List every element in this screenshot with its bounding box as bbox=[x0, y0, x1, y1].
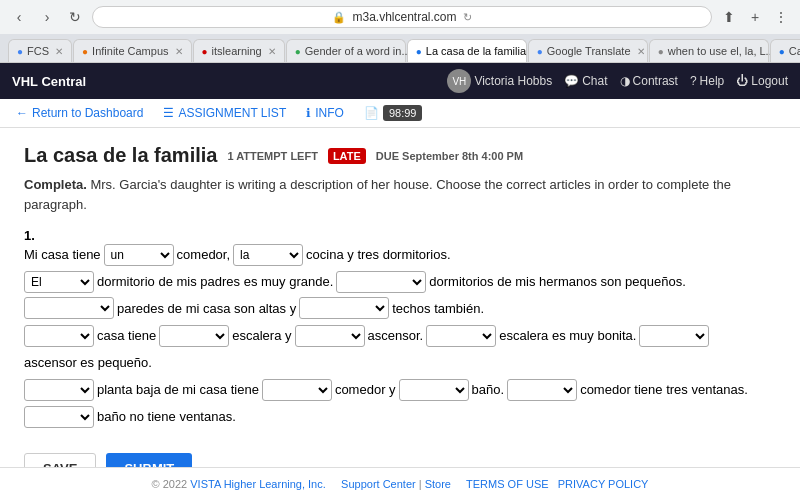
logout-button[interactable]: ⏻ Logout bbox=[736, 74, 788, 88]
text-comedor-tres: comedor tiene tres ventanas. bbox=[580, 378, 748, 401]
company-link[interactable]: VISTA Higher Learning, Inc. bbox=[190, 478, 326, 490]
text-ascensor: ascensor. bbox=[368, 324, 424, 347]
assignment-title-row: La casa de la familia 1 ATTEMPT LEFT LAT… bbox=[24, 144, 776, 167]
logout-label: Logout bbox=[751, 74, 788, 88]
dropdown-4-3[interactable]: ununaella bbox=[399, 379, 469, 401]
forward-button[interactable]: › bbox=[36, 6, 58, 28]
attempt-badge: 1 ATTEMPT LEFT bbox=[227, 150, 317, 162]
text-dormitorios-hermanos: dormitorios de mis hermanos son pequeños… bbox=[429, 270, 686, 293]
help-button[interactable]: ? Help bbox=[690, 74, 724, 88]
sub-nav: ← Return to Dashboard ☰ ASSIGNMENT LIST … bbox=[0, 99, 800, 128]
instructions-bold: Completa. bbox=[24, 177, 87, 192]
text-cocina: cocina y tres dormitorios. bbox=[306, 243, 451, 266]
new-tab-button[interactable]: + bbox=[744, 6, 766, 28]
tab-google-translate[interactable]: ● Google Translate ✕ bbox=[528, 39, 648, 62]
tab-casa2[interactable]: ● Casa de mi herman... ✕ bbox=[770, 39, 800, 62]
privacy-link[interactable]: PRIVACY POLICY bbox=[558, 478, 649, 490]
dropdown-2-3[interactable]: ElLaLosLas bbox=[24, 297, 114, 319]
exercise-row-1: Mi casa tiene ununaellaloslas comedor, l… bbox=[24, 243, 776, 266]
info-link[interactable]: ℹ INFO bbox=[306, 106, 344, 120]
tab-gender[interactable]: ● Gender of a word in... ✕ bbox=[286, 39, 406, 62]
tab-infinite-campus-close[interactable]: ✕ bbox=[175, 46, 183, 57]
tab-infinite-campus[interactable]: ● Infinite Campus ✕ bbox=[73, 39, 191, 62]
dropdown-2-2[interactable]: ElLaLosLas bbox=[336, 271, 426, 293]
header-actions: VH Victoria Hobbs 💬 Chat ◑ Contrast ? He… bbox=[447, 69, 788, 93]
app-header: VHL Central VH Victoria Hobbs 💬 Chat ◑ C… bbox=[0, 63, 800, 99]
footer: © 2022 VISTA Higher Learning, Inc. Suppo… bbox=[0, 467, 800, 500]
dropdown-4-2[interactable]: ununaella bbox=[262, 379, 332, 401]
text-mi-casa-tiene: Mi casa tiene bbox=[24, 243, 101, 266]
score-link[interactable]: 📄 98:99 bbox=[364, 105, 423, 121]
user-menu[interactable]: VH Victoria Hobbs bbox=[447, 69, 552, 93]
dropdown-3-2[interactable]: unaunlael bbox=[159, 325, 229, 347]
tab-itslearning-close[interactable]: ✕ bbox=[268, 46, 276, 57]
help-icon: ? bbox=[690, 74, 697, 88]
more-button[interactable]: ⋮ bbox=[770, 6, 792, 28]
app-logo: VHL Central bbox=[12, 74, 447, 89]
url-text: m3a.vhlcentral.com bbox=[352, 10, 456, 24]
address-bar[interactable]: 🔒 m3a.vhlcentral.com ↻ bbox=[92, 6, 712, 28]
terms-link[interactable]: TERMS OF USE bbox=[466, 478, 549, 490]
dropdown-3-5[interactable]: ElLaLosLas bbox=[639, 325, 709, 347]
instructions-text: Mrs. Garcia's daughter is writing a desc… bbox=[24, 177, 731, 212]
tab-when-label: when to use el, la, L... bbox=[668, 45, 775, 57]
tab-google-translate-label: Google Translate bbox=[547, 45, 631, 57]
dropdown-3-1[interactable]: ElLaLosLas bbox=[24, 325, 94, 347]
chat-label: Chat bbox=[582, 74, 607, 88]
chat-button[interactable]: 💬 Chat bbox=[564, 74, 607, 88]
support-link[interactable]: Support Center bbox=[341, 478, 416, 490]
score-badge: 98:99 bbox=[383, 105, 423, 121]
score-icon: 📄 bbox=[364, 106, 379, 120]
browser-chrome: ‹ › ↻ 🔒 m3a.vhlcentral.com ↻ ⬆ + ⋮ ● FCS… bbox=[0, 0, 800, 63]
tab-google-translate-close[interactable]: ✕ bbox=[637, 46, 645, 57]
exercise-row-5: ElLaLosLas baño no tiene ventanas. bbox=[24, 405, 776, 428]
list-icon: ☰ bbox=[163, 106, 174, 120]
text-planta-baja: planta baja de mi casa tiene bbox=[97, 378, 259, 401]
tab-itslearning[interactable]: ● itslearning ✕ bbox=[193, 39, 285, 62]
dropdown-4-1[interactable]: LaElLosLas bbox=[24, 379, 94, 401]
refresh-button[interactable]: ↻ bbox=[64, 6, 86, 28]
dropdown-5-1[interactable]: ElLaLosLas bbox=[24, 406, 94, 428]
exercise-row-3: ElLaLosLas casa tiene unaunlael escalera… bbox=[24, 324, 776, 374]
user-name: Victoria Hobbs bbox=[474, 74, 552, 88]
dropdown-2-4[interactable]: ElLaLosLas bbox=[299, 297, 389, 319]
assignment-title: La casa de la familia bbox=[24, 144, 217, 167]
text-comedor-y: comedor y bbox=[335, 378, 396, 401]
copyright-text: © 2022 bbox=[152, 478, 191, 490]
dropdown-3-4[interactable]: LaElLosLas bbox=[426, 325, 496, 347]
return-icon: ← bbox=[16, 106, 28, 120]
contrast-button[interactable]: ◑ Contrast bbox=[620, 74, 678, 88]
dropdown-2-1[interactable]: ElLaLosLasUnUna bbox=[24, 271, 94, 293]
dropdown-1-1[interactable]: ununaellaloslas bbox=[104, 244, 174, 266]
dropdown-3-3[interactable]: ununaella bbox=[295, 325, 365, 347]
contrast-icon: ◑ bbox=[620, 74, 630, 88]
return-label: Return to Dashboard bbox=[32, 106, 143, 120]
text-ascensor-pequeno: ascensor es pequeño. bbox=[24, 351, 152, 374]
instructions: Completa. Mrs. Garcia's daughter is writ… bbox=[24, 175, 776, 214]
store-link[interactable]: Store bbox=[425, 478, 451, 490]
lock-icon: 🔒 bbox=[332, 11, 346, 24]
dropdown-4-4[interactable]: ElLaLosLas bbox=[507, 379, 577, 401]
text-dormitorio-padres: dormitorio de mis padres es muy grande. bbox=[97, 270, 333, 293]
tab-gender-label: Gender of a word in... bbox=[305, 45, 411, 57]
tab-casa2-label: Casa de mi herman... bbox=[789, 45, 800, 57]
browser-nav: ‹ › ↻ 🔒 m3a.vhlcentral.com ↻ ⬆ + ⋮ bbox=[0, 0, 800, 34]
back-button[interactable]: ‹ bbox=[8, 6, 30, 28]
tab-itslearning-label: itslearning bbox=[212, 45, 262, 57]
share-button[interactable]: ⬆ bbox=[718, 6, 740, 28]
tab-infinite-campus-label: Infinite Campus bbox=[92, 45, 168, 57]
main-content: La casa de la familia 1 ATTEMPT LEFT LAT… bbox=[0, 128, 800, 500]
info-label: INFO bbox=[315, 106, 344, 120]
tab-when[interactable]: ● when to use el, la, L... ✕ bbox=[649, 39, 769, 62]
tab-fcs-label: FCS bbox=[27, 45, 49, 57]
tab-fcs[interactable]: ● FCS ✕ bbox=[8, 39, 72, 62]
text-escalera-y: escalera y bbox=[232, 324, 291, 347]
return-to-dashboard[interactable]: ← Return to Dashboard bbox=[16, 106, 143, 120]
dropdown-1-2[interactable]: laelloslasununa bbox=[233, 244, 303, 266]
tab-fcs-close[interactable]: ✕ bbox=[55, 46, 63, 57]
separator: | bbox=[416, 478, 425, 490]
chat-icon: 💬 bbox=[564, 74, 579, 88]
tab-casa[interactable]: ● La casa de la familia ✕ bbox=[407, 39, 527, 62]
assignment-list[interactable]: ☰ ASSIGNMENT LIST bbox=[163, 106, 286, 120]
avatar: VH bbox=[447, 69, 471, 93]
